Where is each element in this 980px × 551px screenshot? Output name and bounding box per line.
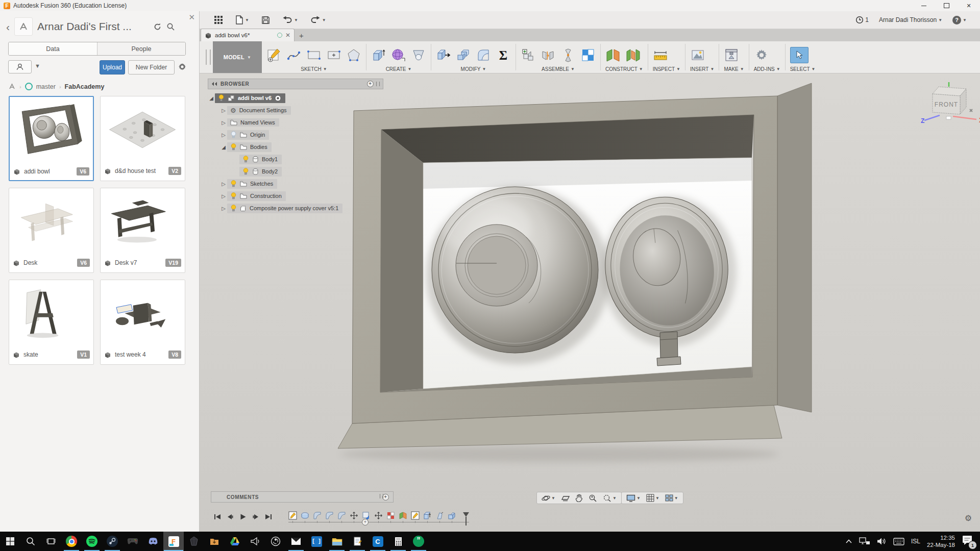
- version-badge[interactable]: V19: [165, 259, 181, 267]
- tab-close-icon[interactable]: ✕: [285, 32, 290, 38]
- taskbar-calculator[interactable]: [388, 532, 408, 551]
- tree-row-construction[interactable]: ▷ Construction: [208, 190, 385, 202]
- comments-bar[interactable]: COMMENTS +: [211, 491, 394, 503]
- joint-icon[interactable]: [541, 47, 556, 63]
- breadcrumb-root[interactable]: master: [36, 83, 56, 90]
- refresh-icon[interactable]: [153, 22, 162, 31]
- timeline-step-forward-icon[interactable]: [252, 513, 259, 520]
- timeline-feature-fillet[interactable]: [337, 511, 346, 520]
- file-menu-icon[interactable]: ▼: [235, 15, 249, 24]
- version-badge[interactable]: V2: [168, 167, 181, 175]
- add-ins-icon[interactable]: [754, 47, 769, 63]
- project-card-skate[interactable]: skate V1: [9, 280, 94, 365]
- timeline-feature-sketch[interactable]: [288, 511, 297, 520]
- version-badge[interactable]: V6: [77, 167, 89, 176]
- collapsed-arrow-icon[interactable]: ▷: [220, 193, 227, 199]
- tree-row-named-views[interactable]: ▷ Named Views: [208, 116, 385, 129]
- timeline-add-icon[interactable]: +: [362, 519, 369, 525]
- new-folder-button[interactable]: New Folder: [128, 60, 175, 74]
- parameters-icon[interactable]: Σ: [496, 47, 511, 63]
- toolbar-grip[interactable]: [206, 49, 211, 65]
- center-rectangle-icon[interactable]: [326, 47, 341, 63]
- hidden-icons-chevron-icon[interactable]: [845, 539, 852, 544]
- rigid-group-icon[interactable]: [580, 47, 596, 63]
- expanded-arrow-icon[interactable]: ◢: [220, 144, 227, 150]
- select-tool-icon[interactable]: [790, 47, 808, 63]
- hub-icon[interactable]: [25, 83, 33, 90]
- viewport-settings-gear-icon[interactable]: ⚙: [965, 514, 972, 522]
- menu-select[interactable]: SELECT▼: [790, 66, 816, 72]
- autodesk-a-icon[interactable]: [8, 83, 16, 90]
- tree-row-bodies[interactable]: ◢ Bodies: [208, 141, 385, 153]
- tree-row-composite-power-supply-cover[interactable]: ▷ Composite power supply cover v5:1: [208, 202, 385, 214]
- taskbar-chrome[interactable]: [61, 532, 82, 551]
- workspace-selector[interactable]: MODEL▼: [213, 41, 262, 73]
- tree-row-body2[interactable]: Body2: [208, 165, 385, 178]
- taskbar-fusion-360[interactable]: F: [163, 532, 184, 551]
- project-card-desk-v7[interactable]: Desk v7 V19: [100, 188, 185, 273]
- display-settings-icon[interactable]: ▼: [626, 494, 641, 502]
- taskbar-mail[interactable]: [286, 532, 306, 551]
- construct-plane-icon[interactable]: [605, 47, 621, 63]
- browser-add-icon[interactable]: +: [367, 81, 374, 87]
- close-button[interactable]: ✕: [958, 0, 980, 11]
- taskbar-code-editor[interactable]: [ ]: [306, 532, 327, 551]
- timeline-skip-end-icon[interactable]: [265, 513, 272, 520]
- measure-icon[interactable]: [653, 47, 668, 63]
- bulb-on-icon[interactable]: [230, 143, 237, 151]
- help-menu[interactable]: ? ▼: [952, 16, 967, 24]
- timeline-step-back-icon[interactable]: [227, 513, 234, 520]
- project-card-dd-house-test[interactable]: d&d house test V2: [100, 96, 185, 181]
- project-card-addi-bowl[interactable]: addi bowl V6: [9, 96, 94, 181]
- revolve-icon[interactable]: [411, 47, 426, 63]
- minimize-button[interactable]: [913, 0, 935, 11]
- taskbar-discord[interactable]: [143, 532, 163, 551]
- taskbar-megaphone[interactable]: [245, 532, 265, 551]
- collapsed-arrow-icon[interactable]: ▷: [220, 206, 227, 211]
- expanded-arrow-icon[interactable]: ◢: [208, 95, 215, 101]
- form-icon[interactable]: [391, 47, 406, 63]
- view-cube[interactable]: FRONT Z X: [918, 74, 980, 126]
- browser-resize-handle[interactable]: [376, 82, 380, 86]
- bulb-on-icon[interactable]: [242, 168, 249, 176]
- taskbar-search-button[interactable]: [20, 532, 41, 551]
- viewport-canvas[interactable]: FRONT Z X BROWSER +: [200, 73, 980, 532]
- menu-make[interactable]: MAKE▼: [724, 66, 744, 72]
- timeline-feature-move[interactable]: [350, 511, 358, 520]
- version-badge[interactable]: V6: [77, 259, 90, 267]
- bulb-on-icon[interactable]: [218, 94, 225, 102]
- spline-icon[interactable]: [286, 47, 302, 63]
- midplane-icon[interactable]: [625, 47, 641, 63]
- taskbar-hangouts[interactable]: ”: [408, 532, 429, 551]
- browser-header[interactable]: BROWSER +: [208, 79, 383, 89]
- timeline-play-icon[interactable]: [239, 513, 247, 520]
- menu-sketch[interactable]: SKETCH▼: [266, 66, 361, 72]
- rectangle-icon[interactable]: [306, 47, 322, 63]
- menu-add-ins[interactable]: ADD-INS▼: [754, 66, 780, 72]
- tree-row-body1[interactable]: Body1: [208, 153, 385, 165]
- filter-dropdown-icon[interactable]: ▼: [35, 63, 40, 69]
- bulb-off-icon[interactable]: [230, 131, 237, 139]
- timeline-feature-sketch[interactable]: [411, 511, 420, 520]
- save-icon[interactable]: [261, 16, 270, 24]
- pan-icon[interactable]: [575, 494, 583, 502]
- menu-create[interactable]: CREATE▼: [371, 66, 426, 72]
- timeline-feature-fillet[interactable]: [325, 511, 334, 520]
- taskbar-file-explorer[interactable]: [327, 532, 347, 551]
- timeline-feature-draft[interactable]: [435, 511, 444, 520]
- as-built-joint-icon[interactable]: [560, 47, 576, 63]
- menu-modify[interactable]: MODIFY▼: [436, 66, 511, 72]
- user-account-menu[interactable]: Arnar Dadi Thorisson ▼: [879, 16, 942, 23]
- timeline-feature-move[interactable]: [374, 511, 383, 520]
- menu-insert[interactable]: INSERT▼: [690, 66, 714, 72]
- upload-button[interactable]: Upload: [100, 60, 125, 74]
- fit-icon[interactable]: ▼: [603, 494, 617, 503]
- extrude-icon[interactable]: [371, 47, 386, 63]
- panel-settings-gear-icon[interactable]: [178, 62, 187, 71]
- collapsed-arrow-icon[interactable]: ▷: [220, 108, 227, 113]
- tab-people[interactable]: People: [97, 42, 185, 55]
- timeline-feature-combine[interactable]: [448, 511, 456, 520]
- taskbar-epic-games[interactable]: [184, 532, 204, 551]
- polygon-icon[interactable]: [346, 47, 361, 63]
- bulb-on-icon[interactable]: [230, 192, 237, 200]
